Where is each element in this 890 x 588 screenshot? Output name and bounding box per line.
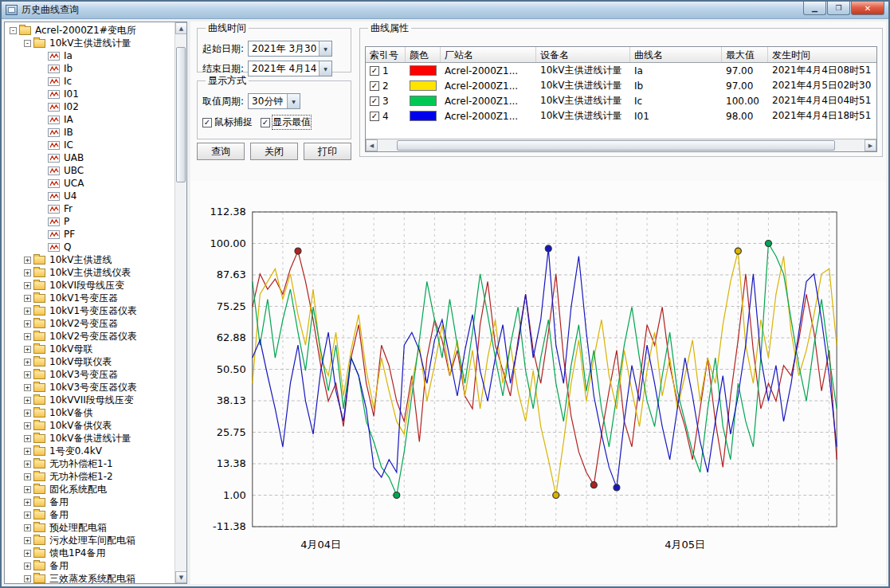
history-chart[interactable]: 112.38100.0087.6375.2562.8850.5038.1325.… (190, 181, 886, 584)
tree-item[interactable]: +10kV2号变压器仪表 (5, 330, 174, 343)
expand-icon[interactable]: + (24, 308, 31, 315)
tree-item[interactable]: +馈电1P4备用 (5, 547, 174, 559)
tree-item[interactable]: +10kV2号变压器 (5, 317, 174, 330)
tree-item[interactable]: -Acrel-2000Z1#变电所 (5, 24, 174, 37)
tree-item[interactable]: +备用 (5, 496, 174, 508)
tree-item[interactable]: +10kVI段母线压变 (5, 279, 174, 292)
tree-item[interactable]: IA (5, 113, 174, 126)
checkbox-icon[interactable]: ✓ (202, 118, 212, 127)
expand-icon[interactable]: + (24, 257, 31, 264)
tree-item[interactable]: IB (5, 126, 174, 139)
scroll-thumb[interactable] (397, 140, 835, 151)
tree-item[interactable]: PF (5, 228, 174, 241)
mouse-capture-checkbox[interactable]: ✓ 鼠标捕捉 (202, 116, 253, 129)
expand-icon[interactable]: + (24, 537, 31, 544)
column-header[interactable]: 设备名 (536, 47, 630, 62)
tree-item[interactable]: Ib (5, 62, 174, 75)
column-header[interactable]: 最大值 (722, 47, 768, 62)
tree-item[interactable]: +10kV主供进线仪表 (5, 266, 174, 279)
tree-item[interactable]: +10kV备供仪表 (5, 419, 174, 432)
expand-icon[interactable]: + (24, 575, 31, 582)
expand-icon[interactable]: + (24, 473, 31, 480)
tree-item[interactable]: Ic (5, 75, 174, 88)
expand-icon[interactable]: + (24, 397, 31, 404)
tree-item[interactable]: I01 (5, 88, 174, 100)
tree-item[interactable]: UBC (5, 164, 174, 177)
tree-item[interactable]: +无功补偿柜1-2 (5, 470, 174, 483)
expand-icon[interactable]: + (24, 269, 31, 276)
scroll-down-icon[interactable]: ▼ (175, 571, 187, 583)
tree-item[interactable]: +10kV备供进线计量 (5, 432, 174, 445)
tree-item[interactable]: -10kV主供进线计量 (5, 37, 174, 49)
tree-item[interactable]: P (5, 215, 174, 228)
tree-item[interactable]: U4 (5, 190, 174, 202)
row-checkbox[interactable]: ✓ (370, 66, 379, 76)
expand-icon[interactable]: + (24, 295, 31, 302)
tree-item[interactable]: +预处理配电箱 (5, 521, 174, 534)
tree-item[interactable]: Ia (5, 49, 174, 62)
tree-item[interactable]: +三效蒸发系统配电箱 (5, 572, 174, 583)
expand-icon[interactable]: + (24, 371, 31, 378)
tree-item[interactable]: +固化系统配电 (5, 483, 174, 496)
table-row[interactable]: ✓3Acrel-2000Z1...10kV主供进线计量Ic100.002021年… (366, 93, 876, 108)
titlebar[interactable]: 历史曲线查询 ▁ ❐ ✕ (2, 2, 888, 19)
tree-item[interactable]: I02 (5, 100, 174, 113)
table-row[interactable]: ✓1Acrel-2000Z1...10kV主供进线计量Ia97.002021年4… (366, 63, 876, 78)
close-dialog-button[interactable]: 关闭 (250, 143, 298, 160)
expand-icon[interactable]: + (24, 333, 31, 340)
row-checkbox[interactable]: ✓ (370, 112, 379, 121)
expand-icon[interactable]: + (24, 410, 31, 417)
row-checkbox[interactable]: ✓ (370, 81, 379, 91)
tree-item[interactable]: +10kV母联仪表 (5, 355, 174, 368)
tree-vertical-scrollbar[interactable]: ▲ ▼ (174, 22, 186, 583)
tree-item[interactable]: +10kVVII段母线压变 (5, 394, 174, 406)
tree-item[interactable]: +10kV主供进线 (5, 253, 174, 266)
expand-icon[interactable]: + (24, 359, 31, 366)
column-header[interactable]: 曲线名 (630, 47, 722, 62)
collapse-icon[interactable]: - (10, 27, 17, 34)
tree-item[interactable]: +10kV母联 (5, 343, 174, 355)
table-row[interactable]: ✓2Acrel-2000Z1...10kV主供进线计量Ib97.002021年4… (366, 78, 876, 93)
scroll-track[interactable] (378, 139, 865, 151)
expand-icon[interactable]: + (24, 550, 31, 557)
scroll-right-icon[interactable]: ▶ (865, 139, 876, 151)
maximize-button[interactable]: ❐ (827, 2, 850, 15)
chevron-down-icon[interactable]: ▼ (319, 41, 331, 56)
expand-icon[interactable]: + (24, 422, 31, 429)
tree-item[interactable]: +1号变0.4kV (5, 445, 174, 457)
tree-item[interactable]: Q (5, 241, 174, 253)
expand-icon[interactable]: + (24, 320, 31, 327)
collapse-icon[interactable]: - (24, 40, 31, 47)
tree-item[interactable]: IC (5, 139, 174, 151)
print-button[interactable]: 打印 (304, 143, 351, 160)
expand-icon[interactable]: + (24, 346, 31, 353)
show-extremes-checkbox[interactable]: ✓ 显示最值 (261, 116, 311, 129)
column-header[interactable]: 索引号 (366, 47, 406, 62)
period-select[interactable]: 30分钟 ▼ (248, 93, 300, 109)
scroll-thumb[interactable] (176, 47, 186, 182)
tree-item[interactable]: +备用 (5, 508, 174, 521)
tree-item[interactable]: UCA (5, 177, 174, 190)
start-date-picker[interactable]: 2021年 3月30 ▼ (248, 41, 332, 57)
expand-icon[interactable]: + (24, 512, 31, 519)
scroll-track[interactable] (175, 34, 186, 571)
tree-item[interactable]: Fr (5, 202, 174, 215)
tree-item[interactable]: UAB (5, 151, 174, 164)
expand-icon[interactable]: + (24, 499, 31, 506)
checkbox-icon[interactable]: ✓ (261, 118, 270, 127)
expand-icon[interactable]: + (24, 486, 31, 493)
scroll-left-icon[interactable]: ◀ (366, 139, 378, 151)
scroll-up-icon[interactable]: ▲ (175, 22, 187, 34)
expand-icon[interactable]: + (24, 435, 31, 442)
table-row[interactable]: ✓4Acrel-2000Z1...10kV主供进线计量I0198.002021年… (366, 108, 876, 123)
expand-icon[interactable]: + (24, 282, 31, 289)
tree-item[interactable]: +10kV3号变压器 (5, 368, 174, 381)
tree-item[interactable]: +备用 (5, 559, 174, 572)
tree-item[interactable]: +无功补偿柜1-1 (5, 457, 174, 470)
tree-item[interactable]: +10kV1号变压器仪表 (5, 304, 174, 317)
column-header[interactable]: 颜色 (406, 47, 441, 62)
chevron-down-icon[interactable]: ▼ (287, 94, 300, 108)
expand-icon[interactable]: + (24, 448, 31, 455)
column-header[interactable]: 发生时间 (768, 47, 877, 62)
close-button[interactable]: ✕ (851, 2, 884, 15)
